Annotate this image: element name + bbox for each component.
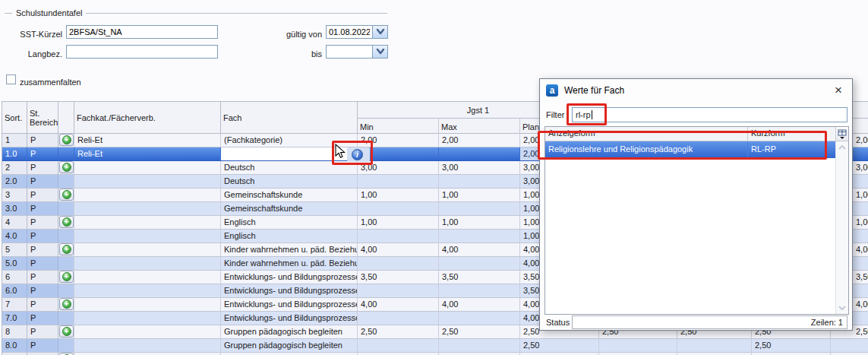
cell-fachkat[interactable] [74, 325, 221, 339]
cell-sort[interactable]: 7.0 [2, 312, 27, 325]
cell-fach[interactable]: Gruppen pädagogisch begleiten [221, 339, 358, 353]
cell-sort[interactable]: 3.0 [2, 202, 27, 216]
cell-fach[interactable]: Entwicklungs- und Bildungsprozesse ... [221, 284, 358, 298]
cell-fach[interactable]: Entwicklungs- und Bildungsprozesse ... [221, 312, 358, 325]
cell-bereich[interactable]: P [27, 189, 58, 202]
add-subject-button[interactable] [59, 325, 74, 338]
add-subject-button-cell[interactable] [58, 161, 74, 175]
cell-plan-jgst2[interactable]: 2,50 [752, 339, 831, 353]
cell-max-jgst1[interactable]: 1,00 [439, 189, 520, 202]
cell-bereich[interactable]: P [27, 339, 58, 353]
cell-min-jgst1[interactable]: 4,00 [358, 298, 439, 312]
add-subject-button-cell[interactable] [58, 216, 74, 230]
cell-fach[interactable]: Englisch [221, 230, 358, 243]
cell-max-jgst1[interactable]: 4,00 [439, 298, 520, 312]
cell-bereich[interactable]: P [27, 230, 58, 243]
add-subject-button-cell[interactable] [58, 271, 74, 284]
add-subject-button[interactable] [59, 161, 74, 173]
cell-min-jgst1[interactable] [358, 175, 439, 189]
add-subject-button-cell[interactable] [58, 325, 74, 339]
cell-fachkat[interactable]: Reli-Et [74, 134, 221, 147]
cell-fach[interactable]: Englisch [221, 216, 358, 230]
cell-min-jgst1[interactable] [358, 284, 439, 298]
cell-fachkat[interactable] [74, 312, 221, 325]
add-subject-button[interactable] [59, 243, 74, 255]
cell-sort[interactable]: 5.0 [2, 257, 27, 271]
cell-fachkat[interactable] [74, 189, 221, 202]
cell-fachkat[interactable] [74, 175, 221, 189]
cell-bereich[interactable]: P [27, 175, 58, 189]
cell-bereich[interactable]: P [27, 284, 58, 298]
close-icon[interactable]: × [831, 83, 846, 98]
cell-sort[interactable]: 2.0 [2, 175, 27, 189]
add-subject-button[interactable] [59, 216, 74, 228]
cell-fachkat[interactable] [74, 216, 221, 230]
cell-fach[interactable]: Deutsch [221, 175, 358, 189]
cell-min-jgst1[interactable]: 4,00 [358, 243, 439, 257]
add-subject-button-cell[interactable] [58, 298, 74, 312]
cell-min-jgst2[interactable] [599, 339, 677, 353]
cell-fach[interactable]: Kinder wahrnehmen u. päd. Beziehun... [221, 243, 358, 257]
cell-bereich[interactable]: P [27, 298, 58, 312]
add-subject-button[interactable] [59, 271, 74, 283]
cell-max-jgst1[interactable]: 4,00 [439, 243, 520, 257]
sst-kuerzel-input[interactable] [66, 25, 218, 39]
cell-max-jgst1[interactable] [439, 147, 520, 161]
cell-fachkat[interactable] [74, 339, 221, 353]
scroll-down-icon[interactable] [838, 305, 847, 311]
add-subject-button[interactable] [59, 298, 74, 310]
cell-fach[interactable]: Gruppen pädagogisch begleiten [221, 325, 358, 339]
gueltig-von-dropdown-button[interactable] [373, 25, 388, 39]
cell-max-jgst1[interactable] [439, 284, 520, 298]
cell-min-jgst1[interactable]: 3,50 [358, 271, 439, 284]
cell-fach[interactable]: Gemeinschaftskunde [221, 189, 358, 202]
cell-min-jgst1[interactable]: 1,00 [358, 189, 439, 202]
cell-sort[interactable]: 3 [2, 189, 27, 202]
cell-sort[interactable]: 8.0 [2, 339, 27, 353]
cell-fachkat[interactable]: Reli-Et [74, 147, 221, 161]
add-subject-button[interactable] [59, 134, 74, 146]
column-config-button[interactable] [835, 127, 848, 141]
cell-sort[interactable]: 7 [2, 298, 27, 312]
cell-sort[interactable]: 2 [2, 161, 27, 175]
zusammenfalten-checkbox[interactable] [6, 74, 16, 84]
cell-sort[interactable]: 6.0 [2, 284, 27, 298]
cell-fachkat[interactable] [74, 230, 221, 243]
cell-min-jgst1[interactable]: 1,00 [358, 216, 439, 230]
cell-bereich[interactable]: P [27, 257, 58, 271]
cell-max-jgst1[interactable]: 2,00 [439, 134, 520, 147]
cell-bereich[interactable]: P [27, 147, 58, 161]
cell-sort[interactable]: 8 [2, 325, 27, 339]
scroll-up-icon[interactable] [838, 144, 847, 151]
filter-input[interactable]: rl-rp [572, 107, 847, 122]
cell-max-jgst1[interactable]: 1,00 [439, 216, 520, 230]
gueltig-von-input[interactable] [326, 25, 373, 39]
cell-bereich[interactable]: P [27, 216, 58, 230]
cell-min-jgst3[interactable] [831, 339, 868, 353]
cell-bereich[interactable]: P [27, 312, 58, 325]
cell-sort[interactable]: 1.0 [2, 147, 27, 161]
cell-fach[interactable]: Kinder wahrnehmen u. päd. Beziehun... [221, 257, 358, 271]
cell-min-jgst1[interactable] [358, 257, 439, 271]
cell-bereich[interactable]: P [27, 243, 58, 257]
cell-min-jgst1[interactable] [358, 202, 439, 216]
cell-fachkat[interactable] [74, 271, 221, 284]
cell-min-jgst1[interactable] [358, 312, 439, 325]
cell-fachkat[interactable] [74, 161, 221, 175]
info-icon[interactable]: i [352, 149, 363, 160]
bis-input[interactable] [326, 45, 373, 59]
cell-plan-jgst1[interactable]: 2,50 [520, 339, 599, 353]
cell-max-jgst1[interactable] [439, 175, 520, 189]
fach-edit-input[interactable] [222, 148, 349, 160]
cell-min-jgst1[interactable]: 2,50 [358, 325, 439, 339]
cell-max-jgst1[interactable]: 2,50 [439, 325, 520, 339]
cell-max-jgst2[interactable] [677, 339, 752, 353]
cell-fachkat[interactable] [74, 243, 221, 257]
cell-bereich[interactable]: P [27, 134, 58, 147]
cell-fachkat[interactable] [74, 257, 221, 271]
cell-max-jgst1[interactable]: 3,00 [439, 161, 520, 175]
cell-max-jgst1[interactable] [439, 230, 520, 243]
cell-max-jgst1[interactable] [439, 339, 520, 353]
cell-sort[interactable]: 4.0 [2, 230, 27, 243]
cell-fach[interactable]: Entwicklungs- und Bildungsprozesse ... [221, 298, 358, 312]
